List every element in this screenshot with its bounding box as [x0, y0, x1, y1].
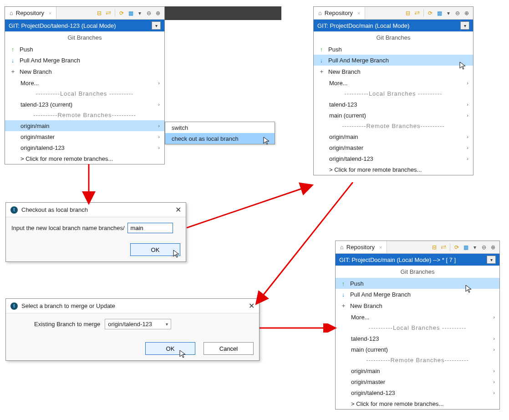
- maximize-icon[interactable]: ⊕: [489, 244, 497, 251]
- dropdown-icon[interactable]: ▾: [136, 10, 143, 17]
- repository-tab[interactable]: ⌂ Repository ×: [5, 7, 56, 19]
- panel-toolbar: ⊟ ⮂ ⟳ ▦ ▾ ⊖ ⊕: [404, 10, 473, 17]
- close-icon[interactable]: ×: [357, 10, 360, 16]
- local-branch-item[interactable]: main (current) ›: [336, 344, 499, 355]
- repository-panel-2: ⌂ Repository × ⊟ ⮂ ⟳ ▦ ▾ ⊖ ⊕ GIT: Projec…: [313, 6, 473, 175]
- chevron-down-icon[interactable]: ▾: [487, 256, 496, 264]
- app-icon: t: [10, 302, 18, 310]
- remote-branch-origin-talend[interactable]: origin/talend-123 ›: [5, 142, 164, 153]
- item-label: origin/talend-123: [20, 144, 65, 151]
- remote-branch-origin-main[interactable]: origin/main ›: [5, 120, 164, 131]
- pull-item[interactable]: ↓ Pull And Merge Branch: [314, 55, 473, 66]
- cancel-button[interactable]: Cancel: [204, 342, 254, 355]
- pull-item[interactable]: ↓ Pull And Merge Branch: [336, 289, 499, 300]
- chevron-down-icon[interactable]: ▾: [152, 21, 161, 30]
- refresh-icon[interactable]: ⟳: [453, 244, 460, 251]
- chevron-right-icon: ›: [493, 368, 495, 374]
- remote-branch-item[interactable]: origin/master ›: [314, 142, 473, 153]
- local-branch-item[interactable]: talend-123 (current) ›: [5, 99, 164, 110]
- collapse-icon[interactable]: ⊟: [96, 10, 103, 17]
- grid-icon[interactable]: ▦: [127, 10, 134, 17]
- remote-branch-item[interactable]: origin/talend-123 ›: [314, 153, 473, 164]
- dialog-body: Input the new local branch name branches…: [6, 217, 186, 261]
- remote-branch-origin-master[interactable]: origin/master ›: [5, 131, 164, 142]
- git-status-bar[interactable]: GIT: ProjectDoc/main (Local Mode) --> * …: [336, 254, 499, 266]
- push-item[interactable]: ↑ Push: [314, 44, 473, 55]
- panel-tabbar: ⌂ Repository × ⊟ ⮂ ⟳ ▦ ▾ ⊖ ⊕: [5, 7, 164, 20]
- dropdown-icon[interactable]: ▾: [471, 244, 478, 251]
- chevron-right-icon: ›: [158, 123, 160, 128]
- maximize-icon[interactable]: ⊕: [154, 10, 162, 17]
- chevron-down-icon: ▾: [166, 322, 168, 327]
- pull-item[interactable]: ↓ Pull And Merge Branch: [5, 55, 164, 66]
- local-branch-item[interactable]: talend-123 ›: [314, 99, 473, 110]
- checkout-item[interactable]: check out as local branch: [165, 133, 275, 144]
- push-item[interactable]: ↑ Push: [336, 278, 499, 289]
- app-icon: t: [10, 206, 18, 214]
- branch-name-input[interactable]: [127, 223, 173, 233]
- more-item[interactable]: More... ›: [336, 312, 499, 323]
- plus-icon: ＋: [10, 67, 16, 76]
- push-item[interactable]: ↑ Push: [5, 44, 164, 55]
- minimize-icon[interactable]: ⊖: [145, 10, 153, 17]
- select-label: Existing Branch to merge: [34, 321, 100, 328]
- repository-tab[interactable]: ⌂ Repository ×: [314, 7, 365, 19]
- more-remote-branches-item[interactable]: > Click for more remote branches...: [5, 153, 164, 164]
- grid-icon[interactable]: ▦: [436, 10, 443, 17]
- close-icon[interactable]: ×: [49, 10, 51, 16]
- more-remote-branches-item[interactable]: > Click for more remote branches...: [336, 398, 499, 409]
- more-item[interactable]: More... ›: [5, 77, 164, 88]
- close-icon[interactable]: ✕: [175, 205, 181, 214]
- minimize-icon[interactable]: ⊖: [454, 10, 461, 17]
- close-icon[interactable]: ✕: [249, 302, 254, 310]
- minimize-icon[interactable]: ⊖: [480, 244, 488, 251]
- refresh-icon[interactable]: ⟳: [118, 10, 125, 17]
- plus-icon: ＋: [318, 67, 325, 76]
- chevron-right-icon: ›: [493, 336, 495, 341]
- ok-button[interactable]: OK: [145, 342, 195, 355]
- switch-item[interactable]: switch: [165, 122, 275, 133]
- collapse-icon[interactable]: ⊟: [431, 244, 438, 251]
- git-menu: Git Branches ↑ Push ↓ Pull And Merge Bra…: [336, 266, 499, 409]
- item-label: switch: [172, 124, 188, 131]
- remote-branch-item[interactable]: origin/master ›: [336, 376, 499, 387]
- grid-icon[interactable]: ▦: [462, 244, 469, 251]
- git-status-bar[interactable]: GIT: ProjectDoc/talend-123 (Local Mode) …: [5, 20, 164, 31]
- new-branch-item[interactable]: ＋ New Branch: [336, 300, 499, 312]
- new-branch-item[interactable]: ＋ New Branch: [5, 66, 164, 77]
- item-label: > Click for more remote branches...: [20, 155, 113, 162]
- more-item[interactable]: More... ›: [314, 77, 473, 88]
- more-remote-branches-item[interactable]: > Click for more remote branches...: [314, 164, 473, 175]
- item-label: main (current): [351, 346, 388, 353]
- dropdown-icon[interactable]: ▾: [445, 10, 452, 17]
- remote-branch-item[interactable]: origin/main ›: [314, 131, 473, 142]
- remote-branch-item[interactable]: origin/talend-123 ›: [336, 387, 499, 398]
- local-branch-item[interactable]: talend-123 ›: [336, 333, 499, 344]
- link-icon[interactable]: ⮂: [440, 244, 447, 251]
- git-status-bar[interactable]: GIT: ProjectDoc/main (Local Mode) ▾: [314, 20, 473, 31]
- collapse-icon[interactable]: ⊟: [404, 10, 412, 17]
- new-branch-item[interactable]: ＋ New Branch: [314, 66, 473, 77]
- link-icon[interactable]: ⮂: [413, 10, 421, 17]
- local-branch-item[interactable]: main (current) ›: [314, 110, 473, 121]
- chevron-right-icon: ›: [467, 102, 468, 107]
- menu-header: Git Branches: [314, 31, 473, 44]
- item-label: Pull And Merge Branch: [350, 291, 411, 298]
- separator: [450, 244, 450, 251]
- chevron-down-icon[interactable]: ▾: [460, 21, 469, 30]
- ok-button[interactable]: OK: [130, 243, 180, 256]
- git-menu: Git Branches ↑ Push ↓ Pull And Merge Bra…: [5, 31, 164, 164]
- close-icon[interactable]: ×: [379, 245, 382, 250]
- repository-tab[interactable]: ⌂ Repository ×: [336, 241, 387, 253]
- maximize-icon[interactable]: ⊕: [463, 10, 470, 17]
- item-label: More...: [20, 80, 39, 87]
- git-status-text: GIT: ProjectDoc/talend-123 (Local Mode): [9, 22, 116, 29]
- item-label: Pull And Merge Branch: [20, 57, 80, 64]
- refresh-icon[interactable]: ⟳: [427, 10, 434, 17]
- tab-label: Repository: [325, 10, 353, 16]
- item-label: More...: [329, 80, 347, 87]
- remote-branch-item[interactable]: origin/main ›: [336, 365, 499, 376]
- branch-select[interactable]: origin/talend-123 ▾: [105, 319, 171, 329]
- item-label: > Click for more remote branches...: [329, 166, 422, 173]
- link-icon[interactable]: ⮂: [105, 10, 112, 17]
